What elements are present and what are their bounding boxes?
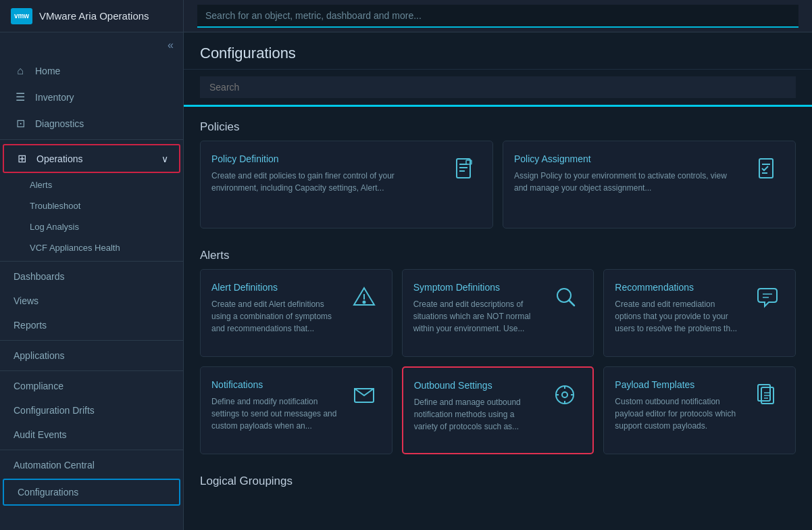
policy-assignment-title: Policy Assignment: [514, 153, 742, 164]
home-icon: ⌂: [14, 65, 27, 77]
recommendations-card[interactable]: Recommendations Create and edit remediat…: [603, 269, 796, 357]
alert-definitions-card[interactable]: Alert Definitions Create and edit Alert …: [200, 269, 392, 357]
inventory-icon: ☰: [14, 91, 27, 103]
sidebar-item-views[interactable]: Views: [0, 289, 183, 313]
symptom-definitions-title: Symptom Definitions: [413, 282, 541, 293]
operations-icon: ⊞: [15, 152, 28, 165]
alerts-cards-grid: Alert Definitions Create and edit Alert …: [184, 269, 812, 461]
sidebar-item-alerts[interactable]: Alerts: [0, 174, 183, 195]
sidebar-divider-3: [0, 340, 183, 341]
search-bar-wrap: [184, 70, 812, 107]
sidebar-collapse-area: «: [0, 32, 183, 58]
payload-templates-card-text: Payload Templates Custom outbound notifi…: [615, 379, 742, 443]
svg-point-10: [363, 302, 365, 304]
sidebar-item-dashboards[interactable]: Dashboards: [0, 264, 183, 289]
notifications-card-text: Notifications Define and modify notifica…: [211, 379, 339, 443]
sidebar-item-configurations[interactable]: Configurations: [4, 480, 179, 504]
sidebar-item-label: Diagnostics: [35, 118, 84, 129]
payload-templates-icon: [751, 379, 784, 443]
notifications-card[interactable]: Notifications Define and modify notifica…: [200, 366, 392, 454]
reports-label: Reports: [14, 320, 47, 331]
policy-definition-card-text: Policy Definition Create and edit polici…: [211, 153, 440, 217]
notifications-desc: Define and modify notification settings …: [211, 395, 339, 432]
sidebar-item-home[interactable]: ⌂ Home: [0, 58, 183, 84]
sidebar-divider-1: [0, 139, 183, 140]
policies-cards-grid: Policy Definition Create and edit polici…: [184, 141, 812, 235]
outbound-settings-card[interactable]: Outbound Settings Define and manage outb…: [402, 366, 594, 454]
configurations-label: Configurations: [18, 487, 78, 498]
policy-definition-card[interactable]: Policy Definition Create and edit polici…: [200, 141, 493, 228]
topbar-search: [184, 5, 812, 28]
sidebar-item-audit-events[interactable]: Audit Events: [0, 423, 183, 447]
svg-point-16: [562, 392, 567, 397]
applications-label: Applications: [14, 350, 65, 361]
outbound-settings-icon: [548, 380, 582, 442]
svg-line-12: [569, 300, 574, 306]
sidebar-item-inventory[interactable]: ☰ Inventory: [0, 84, 183, 110]
payload-templates-title: Payload Templates: [615, 379, 742, 390]
sidebar-item-compliance[interactable]: Compliance: [0, 374, 183, 398]
outbound-settings-title: Outbound Settings: [414, 380, 540, 391]
topbar-logo: vmw VMware Aria Operations: [0, 0, 184, 32]
policy-assignment-desc: Assign Policy to your environment to act…: [514, 170, 742, 194]
symptom-definitions-icon: [549, 282, 582, 345]
views-label: Views: [14, 295, 39, 306]
notifications-icon: [347, 379, 381, 443]
symptom-definitions-card-text: Symptom Definitions Create and edit desc…: [413, 282, 541, 345]
symptom-definitions-desc: Create and edit descriptions of situatio…: [413, 298, 541, 335]
policy-definition-desc: Create and edit policies to gain finer c…: [211, 170, 440, 194]
sidebar-item-reports[interactable]: Reports: [0, 313, 183, 337]
page-title: Configurations: [184, 32, 812, 70]
sidebar-item-automation-central[interactable]: Automation Central: [0, 453, 183, 477]
sidebar-item-label: Home: [35, 66, 60, 76]
sidebar-item-applications[interactable]: Applications: [0, 343, 183, 368]
operations-label-wrap: ⊞ Operations: [15, 152, 82, 165]
policies-section-title: Policies: [184, 107, 812, 141]
global-search-input[interactable]: [197, 5, 798, 28]
automation-central-label: Automation Central: [14, 460, 95, 471]
policy-assignment-card-text: Policy Assignment Assign Policy to your …: [514, 153, 742, 217]
sidebar-item-log-analysis[interactable]: Log Analysis: [0, 216, 183, 237]
sidebar-divider-2: [0, 261, 183, 262]
diagnostics-icon: ⊡: [14, 117, 27, 130]
sidebar-item-label: Inventory: [35, 92, 74, 103]
main-layout: « ⌂ Home ☰ Inventory ⊡ Diagnostics ⊞ Ope…: [0, 32, 812, 530]
sidebar-item-vcf[interactable]: VCF Appliances Health: [0, 237, 183, 258]
policy-assignment-card[interactable]: Policy Assignment Assign Policy to your …: [503, 141, 796, 228]
main-content: Configurations Policies Policy Definitio…: [184, 32, 812, 530]
dashboards-label: Dashboards: [14, 271, 65, 282]
compliance-label: Compliance: [14, 381, 64, 391]
sidebar-item-operations[interactable]: ⊞ Operations ∨: [4, 145, 179, 172]
topbar: vmw VMware Aria Operations: [0, 0, 812, 32]
logical-groupings-section-title: Logical Groupings: [184, 461, 812, 495]
chevron-down-icon: ∨: [161, 153, 168, 164]
symptom-definitions-card[interactable]: Symptom Definitions Create and edit desc…: [402, 269, 594, 357]
audit-events-label: Audit Events: [14, 429, 67, 440]
alert-definitions-title: Alert Definitions: [211, 282, 339, 293]
payload-templates-card[interactable]: Payload Templates Custom outbound notifi…: [603, 366, 796, 454]
sidebar-item-configuration-drifts[interactable]: Configuration Drifts: [0, 398, 183, 423]
recommendations-desc: Create and edit remediation options that…: [615, 298, 742, 335]
recommendations-card-text: Recommendations Create and edit remediat…: [615, 282, 742, 345]
notifications-title: Notifications: [211, 379, 339, 390]
sidebar-collapse-button[interactable]: «: [168, 39, 174, 51]
sidebar-divider-5: [0, 450, 183, 450]
vmware-logo-icon: vmw: [11, 8, 32, 24]
payload-templates-desc: Custom outbound notification payload edi…: [615, 395, 742, 432]
policy-definition-title: Policy Definition: [211, 153, 440, 164]
app-name: VMware Aria Operations: [39, 10, 149, 22]
alert-definitions-card-text: Alert Definitions Create and edit Alert …: [211, 282, 339, 345]
configuration-drifts-label: Configuration Drifts: [14, 405, 95, 416]
configurations-search-input[interactable]: [200, 76, 796, 98]
alert-definitions-icon: [347, 282, 381, 345]
sidebar-divider-4: [0, 370, 183, 371]
outbound-settings-desc: Define and manage outbound notification …: [414, 396, 540, 433]
operations-label: Operations: [36, 153, 82, 164]
outbound-settings-card-text: Outbound Settings Define and manage outb…: [414, 380, 540, 442]
sidebar-item-diagnostics[interactable]: ⊡ Diagnostics: [0, 110, 183, 137]
alert-definitions-desc: Create and edit Alert definitions using …: [211, 298, 339, 335]
policy-definition-icon: [448, 153, 482, 217]
alerts-section-title: Alerts: [184, 235, 812, 269]
sidebar-item-troubleshoot[interactable]: Troubleshoot: [0, 195, 183, 216]
recommendations-title: Recommendations: [615, 282, 742, 293]
